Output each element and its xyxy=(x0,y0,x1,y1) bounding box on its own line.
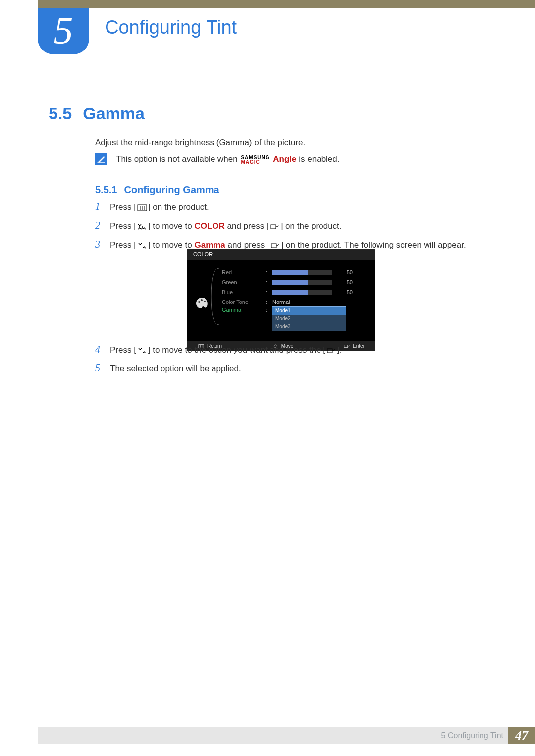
note-post: is enabled. xyxy=(299,154,339,164)
step-body: Press [] to move to the option you want … xyxy=(110,344,490,356)
samsung-magic-logo: SAMSUNG MAGIC xyxy=(241,155,269,164)
note-angle: Angle xyxy=(273,154,296,164)
highlight-color: COLOR xyxy=(194,221,224,231)
svg-rect-14 xyxy=(327,349,332,353)
osd-row-blue: Blue : 50 xyxy=(222,287,369,297)
step-5: 5 The selected option will be applied. xyxy=(95,362,490,375)
note-pre: This option is not available when xyxy=(116,154,240,164)
step-body: The selected option will be applied. xyxy=(110,362,490,375)
chapter-number-badge: 5 xyxy=(38,8,89,54)
osd-title: COLOR xyxy=(187,249,375,260)
intro-text: Adjust the mid-range brightness (Gamma) … xyxy=(95,138,305,148)
subsection-heading: 5.5.1 Configuring Gamma xyxy=(95,184,219,196)
section-title: Gamma xyxy=(83,104,145,123)
updown-icon xyxy=(137,223,147,230)
steps-lower: 4 Press [] to move to the option you wan… xyxy=(95,344,490,381)
osd-label: Color Tone xyxy=(222,299,262,305)
osd-option: Mode2 xyxy=(272,315,346,323)
step-number: 2 xyxy=(95,220,102,231)
palette-icon xyxy=(195,296,209,310)
section-heading: 5.5 Gamma xyxy=(49,104,145,123)
note-row: This option is not available when SAMSUN… xyxy=(95,153,340,165)
footer-label: 5 Configuring Tint xyxy=(441,731,503,740)
osd-label: Green xyxy=(222,279,262,285)
osd-row-gamma: Gamma : Mode1 Mode2 Mode3 xyxy=(222,307,369,331)
osd-row-colortone: Color Tone : Normal xyxy=(222,297,369,307)
osd-row-green: Green : 50 xyxy=(222,277,369,287)
osd-value: 50 xyxy=(341,279,353,285)
top-accent-bar xyxy=(38,0,535,8)
osd-bracket xyxy=(210,267,219,326)
osd-label: Red xyxy=(222,269,262,275)
step-number: 5 xyxy=(95,362,102,373)
enter-icon xyxy=(326,347,336,354)
updown-icon xyxy=(137,242,147,249)
osd-body: Red : 50 Green : 50 Blue : 50 Color Tone… xyxy=(187,260,375,341)
osd-slider xyxy=(272,290,332,295)
svg-rect-6 xyxy=(271,244,276,248)
svg-rect-5 xyxy=(271,225,276,229)
step-number: 4 xyxy=(95,344,102,354)
svg-point-9 xyxy=(204,301,206,302)
osd-slider xyxy=(272,280,332,285)
menu-icon xyxy=(137,204,147,211)
osd-slider xyxy=(272,270,332,275)
section-number: 5.5 xyxy=(49,104,72,123)
step-body: Press [] to move to COLOR and press [] o… xyxy=(110,220,490,233)
osd-value: 50 xyxy=(341,269,353,275)
step-2: 2 Press [] to move to COLOR and press []… xyxy=(95,220,490,233)
osd-dropdown: Mode1 Mode2 Mode3 xyxy=(272,307,346,331)
osd-row-red: Red : 50 xyxy=(222,267,369,277)
subsection-number: 5.5.1 xyxy=(95,184,117,196)
step-4: 4 Press [] to move to the option you wan… xyxy=(95,344,490,356)
svg-point-7 xyxy=(198,301,200,303)
footer-bar: 5 Configuring Tint 47 xyxy=(38,727,535,744)
note-icon xyxy=(95,153,107,165)
note-text: This option is not available when SAMSUN… xyxy=(116,154,340,164)
svg-rect-0 xyxy=(98,162,105,163)
enter-icon xyxy=(270,223,280,230)
osd-label-active: Gamma xyxy=(222,307,262,313)
enter-icon xyxy=(270,242,280,249)
osd-option: Mode3 xyxy=(272,323,346,331)
svg-point-8 xyxy=(201,299,203,301)
osd-value: 50 xyxy=(341,289,353,295)
step-number: 1 xyxy=(95,201,102,212)
osd-option-selected: Mode1 xyxy=(272,307,346,315)
magic-bot: MAGIC xyxy=(241,159,260,165)
osd-menu: COLOR Red : 50 Green : 50 Blue : 50 Colo… xyxy=(187,249,375,351)
subsection-title: Configuring Gamma xyxy=(124,184,219,196)
osd-label: Blue xyxy=(222,289,262,295)
footer-page-number: 47 xyxy=(508,727,535,744)
updown-icon xyxy=(137,347,147,354)
osd-value: Normal xyxy=(272,299,290,305)
step-body: Press [] on the product. xyxy=(110,201,490,214)
step-number: 3 xyxy=(95,239,102,250)
chapter-title: Configuring Tint xyxy=(105,17,237,38)
step-1: 1 Press [] on the product. xyxy=(95,201,490,214)
